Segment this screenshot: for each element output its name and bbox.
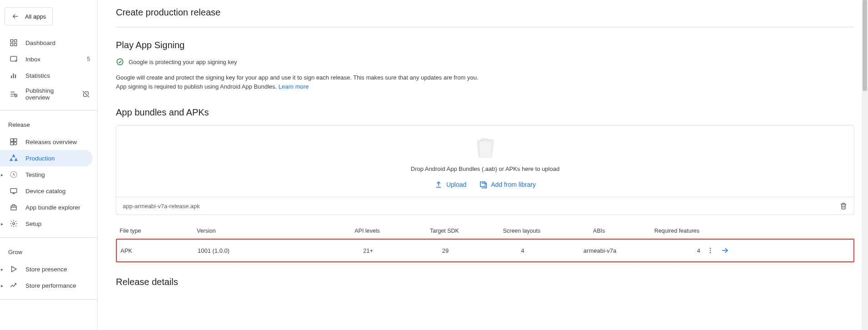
production-icon [9,154,18,163]
sidebar-item-label: Setup [25,220,90,227]
all-apps-button[interactable]: All apps [5,7,53,25]
divider [0,110,97,110]
signing-description: Google will create and protect the signi… [116,73,854,91]
dashboard-icon [9,38,18,47]
cell-version: 1001 (1.0.0) [198,247,329,254]
svg-point-13 [14,142,17,145]
upload-icon [434,180,443,189]
add-from-library-button[interactable]: Add from library [479,180,536,189]
testing-icon [9,170,18,179]
sidebar-item-releases-overview[interactable]: Releases overview [0,134,97,150]
bundle-icon [9,203,18,212]
svg-rect-10 [10,139,13,141]
section-heading-signing: Play App Signing [116,40,854,50]
section-heading-bundles: App bundles and APKs [116,107,854,118]
more-options-button[interactable] [707,247,714,254]
scrollbar-thumb[interactable] [863,0,867,91]
sidebar-item-testing[interactable]: ▸ Testing [0,166,97,183]
cell-abis: armeabi-v7a [561,247,639,254]
divider [0,237,97,238]
delete-file-button[interactable] [839,202,848,210]
drop-zone-text: Drop Android App Bundles (.aab) or APKs … [124,165,847,172]
section-heading-release-details: Release details [116,277,854,287]
svg-point-25 [710,252,711,253]
scrollbar[interactable] [862,0,868,330]
sidebar-item-inbox[interactable]: Inbox 5 [0,51,97,67]
sidebar-item-store-performance[interactable]: ▸ Store performance [0,277,97,294]
sidebar-item-label: Dashboard [25,40,90,46]
add-library-label: Add from library [491,181,536,188]
svg-rect-16 [11,206,16,210]
play-icon [9,265,18,274]
device-icon [9,186,18,195]
learn-more-link[interactable]: Learn more [279,83,309,90]
svg-rect-3 [15,44,17,46]
th-screen-layouts: Screen layouts [483,228,560,234]
sidebar-item-label: Inbox [25,56,80,63]
cell-screen-layouts: 4 [484,247,561,254]
svg-point-17 [13,223,15,225]
view-details-button[interactable] [720,246,729,255]
th-file-type: File type [120,228,197,234]
svg-point-23 [710,248,711,249]
svg-rect-2 [10,44,13,46]
sidebar-item-label: App bundle explorer [25,204,90,211]
divider [0,299,97,300]
sidebar-item-label: Store performance [25,282,90,289]
upload-button[interactable]: Upload [434,180,466,189]
paper-stack-icon [472,136,499,160]
library-icon [479,180,487,189]
signing-status-text: Google is protecting your app signing ke… [129,59,237,65]
sidebar-item-label: Publishing overview [25,87,75,101]
inbox-badge: 5 [87,56,90,62]
sidebar-item-dashboard[interactable]: Dashboard [0,35,97,51]
unpublished-icon [82,90,90,98]
svg-rect-7 [13,74,14,79]
apk-table: File type Version API levels Target SDK … [116,223,854,262]
chevron-right-icon: ▸ [1,267,3,272]
sidebar-item-label: Store presence [25,266,90,273]
sidebar: All apps Dashboard Inbox 5 Statistics [0,0,98,330]
sidebar-item-label: Releases overview [25,139,90,145]
nav-section-release: Releases overview Production ▸ Testing D… [0,132,97,234]
drop-zone-actions: Upload Add from library [124,180,847,189]
th-abis: ABIs [560,228,638,234]
th-required-features: Required features [638,228,701,234]
th-version: Version [197,228,329,234]
uploaded-file-row: app-armeabi-v7a-release.apk [116,197,854,215]
th-api-levels: API levels [329,228,406,234]
svg-rect-21 [479,141,492,157]
sidebar-item-label: Device catalog [25,188,90,195]
sidebar-item-statistics[interactable]: Statistics [0,67,97,84]
all-apps-label: All apps [25,13,46,20]
svg-point-18 [117,59,123,65]
svg-rect-12 [10,142,13,145]
sidebar-item-production[interactable]: Production [0,150,93,166]
sidebar-item-device-catalog[interactable]: Device catalog [0,183,97,199]
inbox-icon [9,55,18,64]
svg-point-24 [710,250,711,251]
nav-section-main: Dashboard Inbox 5 Statistics Publishing … [0,33,97,106]
file-name: app-armeabi-v7a-release.apk [123,203,200,210]
sidebar-item-store-presence[interactable]: ▸ Store presence [0,261,97,277]
row-actions [702,246,729,255]
cell-api-levels: 21+ [329,247,407,254]
chevron-right-icon: ▸ [1,172,3,177]
gear-icon [9,219,18,228]
sidebar-item-label: Production [25,155,85,162]
upload-label: Upload [446,181,466,188]
cell-required-features: 4 [639,247,702,254]
sidebar-item-publishing[interactable]: Publishing overview [0,84,97,105]
stats-icon [9,71,18,80]
performance-icon [9,281,18,290]
cell-target-sdk: 29 [407,247,484,254]
nav-section-grow: ▸ Store presence ▸ Store performance [0,259,97,295]
svg-point-5 [15,60,17,61]
section-title-release: Release [0,114,97,132]
main-content: Create production release Play App Signi… [98,0,868,330]
upload-drop-zone[interactable]: Drop Android App Bundles (.aab) or APKs … [116,125,854,197]
svg-rect-1 [15,40,17,42]
sidebar-item-bundle-explorer[interactable]: App bundle explorer [0,199,97,215]
section-title-grow: Grow [0,241,97,259]
sidebar-item-setup[interactable]: ▸ Setup [0,215,97,232]
